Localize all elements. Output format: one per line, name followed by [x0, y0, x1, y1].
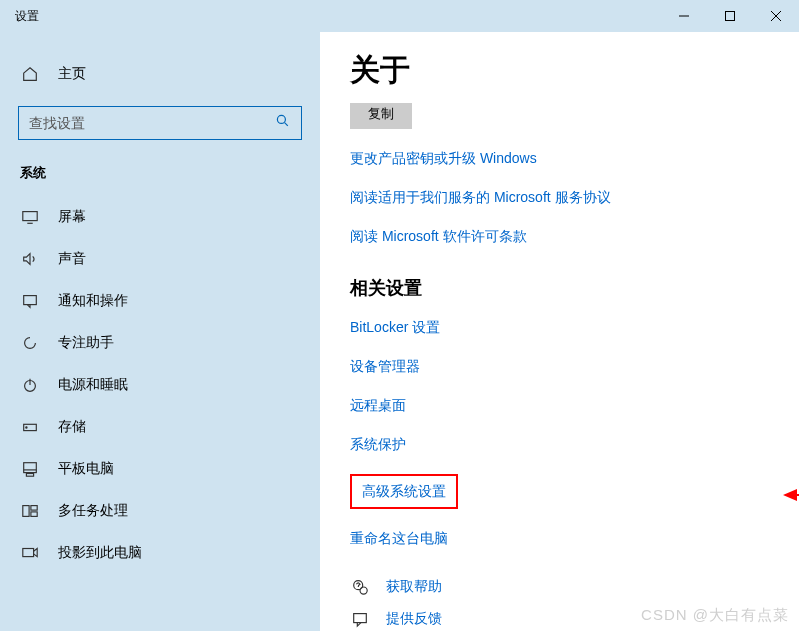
link-device-manager[interactable]: 设备管理器 — [350, 358, 420, 376]
svg-rect-18 — [31, 512, 37, 517]
svg-point-12 — [26, 427, 27, 428]
display-icon — [20, 208, 40, 226]
minimize-button[interactable] — [661, 0, 707, 32]
notifications-icon — [20, 292, 40, 310]
watermark: CSDN @大白有点菜 — [641, 606, 789, 625]
window-controls — [661, 0, 799, 32]
close-button[interactable] — [753, 0, 799, 32]
svg-point-23 — [360, 587, 367, 594]
svg-rect-17 — [31, 506, 37, 511]
storage-icon — [20, 418, 40, 436]
multitask-icon — [20, 502, 40, 520]
svg-point-4 — [277, 115, 285, 123]
home-nav[interactable]: 主页 — [0, 57, 320, 91]
power-icon — [20, 376, 40, 394]
search-icon — [275, 113, 291, 133]
maximize-button[interactable] — [707, 0, 753, 32]
home-label: 主页 — [58, 65, 86, 83]
feedback-link: 提供反馈 — [386, 610, 442, 628]
sidebar-item-sound[interactable]: 声音 — [0, 238, 320, 280]
highlight-annotation: 高级系统设置 — [350, 474, 458, 509]
home-icon — [20, 65, 40, 83]
tablet-icon — [20, 460, 40, 478]
link-system-protection[interactable]: 系统保护 — [350, 436, 406, 454]
page-title: 关于 — [350, 50, 769, 91]
project-icon — [20, 544, 40, 562]
help-icon — [350, 578, 370, 596]
svg-marker-21 — [783, 489, 797, 501]
sidebar-item-display[interactable]: 屏幕 — [0, 196, 320, 238]
sidebar-item-project[interactable]: 投影到此电脑 — [0, 532, 320, 574]
svg-rect-24 — [354, 614, 367, 623]
sidebar-item-label: 平板电脑 — [58, 460, 114, 478]
svg-rect-1 — [726, 12, 735, 21]
link-change-product-key[interactable]: 更改产品密钥或升级 Windows — [350, 150, 537, 168]
sidebar-item-label: 通知和操作 — [58, 292, 128, 310]
svg-rect-16 — [23, 506, 29, 517]
svg-rect-6 — [23, 212, 37, 221]
get-help-link: 获取帮助 — [386, 578, 442, 596]
window-title: 设置 — [0, 8, 39, 25]
feedback-icon — [350, 610, 370, 628]
copy-button[interactable]: 复制 — [350, 103, 412, 129]
search-box[interactable] — [18, 106, 302, 140]
sidebar-item-power[interactable]: 电源和睡眠 — [0, 364, 320, 406]
arrow-annotation-icon — [783, 485, 799, 505]
sidebar-item-label: 电源和睡眠 — [58, 376, 128, 394]
link-bitlocker[interactable]: BitLocker 设置 — [350, 319, 440, 337]
svg-rect-8 — [24, 296, 37, 305]
sidebar-item-label: 声音 — [58, 250, 86, 268]
sidebar: 主页 系统 屏幕 声音 通知和操作 专注助手 电源和睡眠 存储 — [0, 32, 320, 631]
link-ms-license-terms[interactable]: 阅读 Microsoft 软件许可条款 — [350, 228, 527, 246]
sidebar-item-label: 屏幕 — [58, 208, 86, 226]
sidebar-section-title: 系统 — [0, 160, 320, 196]
sound-icon — [20, 250, 40, 268]
search-input[interactable] — [29, 115, 275, 131]
focus-icon — [20, 334, 40, 352]
sidebar-item-notifications[interactable]: 通知和操作 — [0, 280, 320, 322]
link-advanced-system-settings[interactable]: 高级系统设置 — [362, 483, 446, 501]
link-remote-desktop[interactable]: 远程桌面 — [350, 397, 406, 415]
sidebar-item-tablet[interactable]: 平板电脑 — [0, 448, 320, 490]
svg-rect-19 — [23, 549, 34, 557]
sidebar-item-multitask[interactable]: 多任务处理 — [0, 490, 320, 532]
sidebar-item-focus[interactable]: 专注助手 — [0, 322, 320, 364]
sidebar-item-storage[interactable]: 存储 — [0, 406, 320, 448]
sidebar-item-label: 存储 — [58, 418, 86, 436]
link-rename-pc[interactable]: 重命名这台电脑 — [350, 530, 448, 548]
sidebar-item-label: 专注助手 — [58, 334, 114, 352]
get-help-row[interactable]: 获取帮助 — [350, 578, 769, 596]
main-content: 关于 复制 更改产品密钥或升级 Windows 阅读适用于我们服务的 Micro… — [320, 32, 799, 631]
link-ms-service-agreement[interactable]: 阅读适用于我们服务的 Microsoft 服务协议 — [350, 189, 611, 207]
sidebar-item-label: 多任务处理 — [58, 502, 128, 520]
related-settings-header: 相关设置 — [350, 276, 769, 300]
svg-rect-15 — [26, 474, 33, 477]
sidebar-item-label: 投影到此电脑 — [58, 544, 142, 562]
svg-rect-13 — [24, 463, 37, 473]
svg-line-5 — [285, 123, 288, 126]
